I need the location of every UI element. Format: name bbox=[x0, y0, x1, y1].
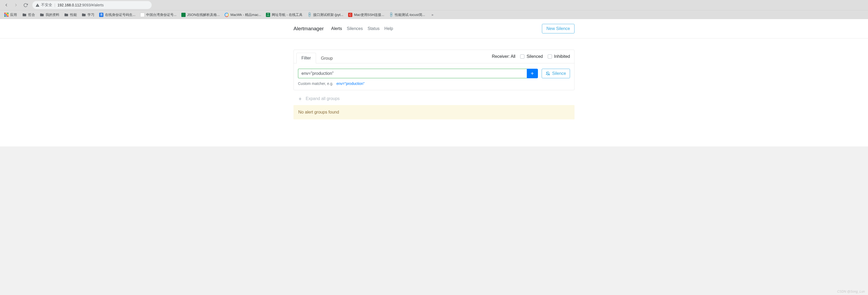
filter-help-text: Custom matcher, e.g. env="production" bbox=[298, 82, 570, 86]
favicon bbox=[224, 13, 229, 17]
bookmark-label: 接口测试框架-[pyt... bbox=[313, 12, 343, 17]
bookmark-item[interactable]: 🔗性能测试-locust简... bbox=[387, 11, 427, 18]
silenced-checkbox[interactable]: Silenced bbox=[520, 54, 543, 59]
page-viewport: Alertmanager Alerts Silences Status Help… bbox=[0, 19, 868, 146]
browser-chrome: 不安全 | 192.168.0.112:9093/#/alerts 应用 哲合我… bbox=[0, 0, 868, 19]
empty-message: No alert groups found bbox=[298, 110, 339, 114]
bookmark-label: JSON在线解析及格... bbox=[187, 12, 220, 17]
silenced-label: Silenced bbox=[527, 54, 543, 59]
bookmarks-bar: 应用 哲合我的资料性能学习查在线身份证号码生...中国台湾身份证号...JSON… bbox=[0, 10, 868, 19]
forward-button[interactable] bbox=[12, 1, 20, 9]
filter-body: + Silence Custom matcher, e.g. env="prod… bbox=[294, 63, 574, 90]
favicon: 工 bbox=[266, 13, 270, 17]
filter-right-controls: Receiver: All Silenced Inhibited bbox=[492, 54, 570, 62]
bookmark-label: 性能 bbox=[70, 12, 77, 17]
insecure-label: 不安全 bbox=[41, 3, 52, 7]
card-tabs-row: Filter Group Receiver: All Silenced Inhi… bbox=[294, 50, 574, 63]
favicon bbox=[140, 13, 145, 17]
bookmark-label: 性能测试-locust简... bbox=[395, 12, 425, 17]
nav-status[interactable]: Status bbox=[368, 26, 379, 31]
bookmark-item[interactable]: 性能 bbox=[62, 11, 79, 18]
bookmark-label: 我的资料 bbox=[45, 12, 59, 17]
favicon: C bbox=[348, 13, 352, 17]
empty-state-warning: No alert groups found bbox=[293, 105, 575, 119]
nav-alerts[interactable]: Alerts bbox=[331, 26, 342, 31]
address-bar[interactable]: 不安全 | 192.168.0.112:9093/#/alerts bbox=[32, 1, 152, 9]
apps-label: 应用 bbox=[10, 12, 17, 17]
filter-card: Filter Group Receiver: All Silenced Inhi… bbox=[293, 50, 575, 90]
add-filter-button[interactable]: + bbox=[527, 69, 538, 78]
filter-help-example[interactable]: env="production" bbox=[336, 82, 365, 86]
app-brand: Alertmanager bbox=[293, 26, 324, 32]
apps-button[interactable]: 应用 bbox=[2, 11, 19, 18]
folder-icon bbox=[64, 13, 68, 17]
tab-filter[interactable]: Filter bbox=[297, 53, 316, 63]
bookmark-label: 中国台湾身份证号... bbox=[146, 12, 177, 17]
tab-group[interactable]: Group bbox=[316, 53, 338, 63]
inhibited-checkbox[interactable]: Inhibited bbox=[548, 54, 570, 59]
bookmark-item[interactable]: 中国台湾身份证号... bbox=[138, 11, 179, 18]
bookmark-item[interactable]: 工网址导航 - 在线工具 bbox=[264, 11, 305, 18]
bookmark-label: 学习 bbox=[88, 12, 94, 17]
checkbox-icon bbox=[548, 54, 552, 59]
bookmark-item[interactable]: 🔗接口测试框架-[pyt... bbox=[305, 11, 345, 18]
reload-button[interactable] bbox=[21, 1, 30, 9]
bookmark-label: MacWk - 精品mac... bbox=[230, 12, 261, 17]
nav-silences[interactable]: Silences bbox=[347, 26, 363, 31]
bookmarks-overflow[interactable]: » bbox=[429, 12, 435, 18]
link-icon: 🔗 bbox=[388, 12, 394, 18]
filter-input[interactable] bbox=[298, 69, 527, 78]
bookmark-label: Mac使用SSH连接... bbox=[354, 12, 384, 17]
app-header: Alertmanager Alerts Silences Status Help… bbox=[0, 19, 868, 38]
insecure-indicator: 不安全 bbox=[35, 3, 52, 7]
filter-input-group: + bbox=[298, 69, 538, 78]
bell-off-icon bbox=[546, 71, 550, 76]
expand-all-button[interactable]: ＋ Expand all groups bbox=[293, 90, 575, 105]
folder-icon bbox=[22, 13, 27, 17]
silence-button-label: Silence bbox=[552, 71, 566, 76]
bookmark-item[interactable]: JSON在线解析及格... bbox=[179, 11, 222, 18]
back-button[interactable] bbox=[2, 1, 10, 9]
plus-icon: + bbox=[531, 70, 534, 77]
expand-label: Expand all groups bbox=[306, 96, 340, 101]
folder-icon bbox=[82, 13, 86, 17]
bookmark-label: 哲合 bbox=[28, 12, 35, 17]
new-silence-button[interactable]: New Silence bbox=[542, 24, 575, 33]
bookmark-item[interactable]: MacWk - 精品mac... bbox=[222, 11, 263, 18]
nav-help[interactable]: Help bbox=[384, 26, 393, 31]
browser-toolbar: 不安全 | 192.168.0.112:9093/#/alerts bbox=[0, 0, 868, 10]
favicon: 查 bbox=[99, 13, 103, 17]
plus-icon: ＋ bbox=[298, 95, 303, 102]
receiver-label: Receiver: All bbox=[492, 54, 516, 59]
bookmark-item[interactable]: 查在线身份证号码生... bbox=[97, 11, 137, 18]
link-icon: 🔗 bbox=[307, 12, 312, 18]
bookmark-item[interactable]: 学习 bbox=[80, 11, 96, 18]
apps-grid-icon bbox=[4, 13, 8, 17]
main-container: Filter Group Receiver: All Silenced Inhi… bbox=[293, 38, 575, 119]
inhibited-label: Inhibited bbox=[554, 54, 570, 59]
bookmark-item[interactable]: CMac使用SSH连接... bbox=[346, 11, 386, 18]
bookmark-item[interactable]: 哲合 bbox=[20, 11, 37, 18]
bookmark-label: 在线身份证号码生... bbox=[105, 12, 135, 17]
app-nav: Alerts Silences Status Help bbox=[331, 26, 393, 31]
folder-icon bbox=[40, 13, 44, 17]
favicon bbox=[181, 13, 186, 17]
bookmark-label: 网址导航 - 在线工具 bbox=[272, 12, 303, 17]
silence-button[interactable]: Silence bbox=[541, 69, 570, 78]
omnibox-separator: | bbox=[54, 3, 55, 7]
bookmark-item[interactable]: 我的资料 bbox=[38, 11, 62, 18]
checkbox-icon bbox=[520, 54, 524, 59]
url-text: 192.168.0.112:9093/#/alerts bbox=[58, 3, 104, 7]
